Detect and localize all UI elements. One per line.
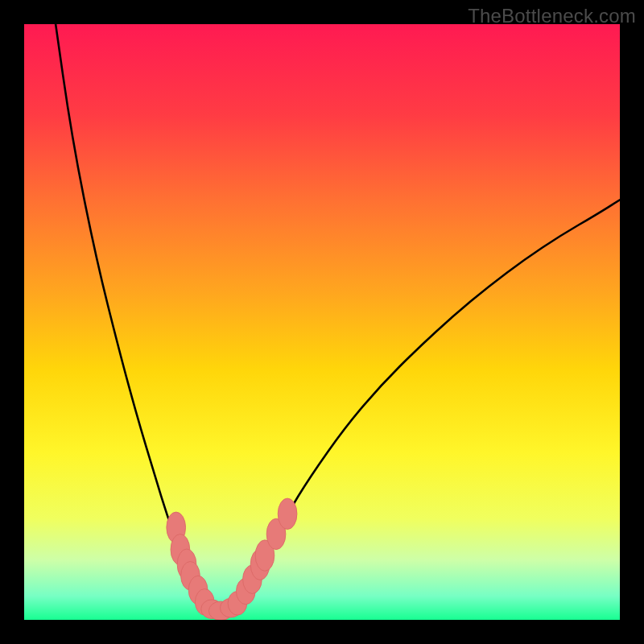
chart-frame: TheBottleneck.com (0, 0, 644, 644)
plot-area (24, 24, 620, 620)
curve-markers (167, 498, 297, 620)
bottleneck-curve (54, 24, 620, 611)
chart-svg (24, 24, 620, 620)
curve-marker (278, 498, 297, 529)
